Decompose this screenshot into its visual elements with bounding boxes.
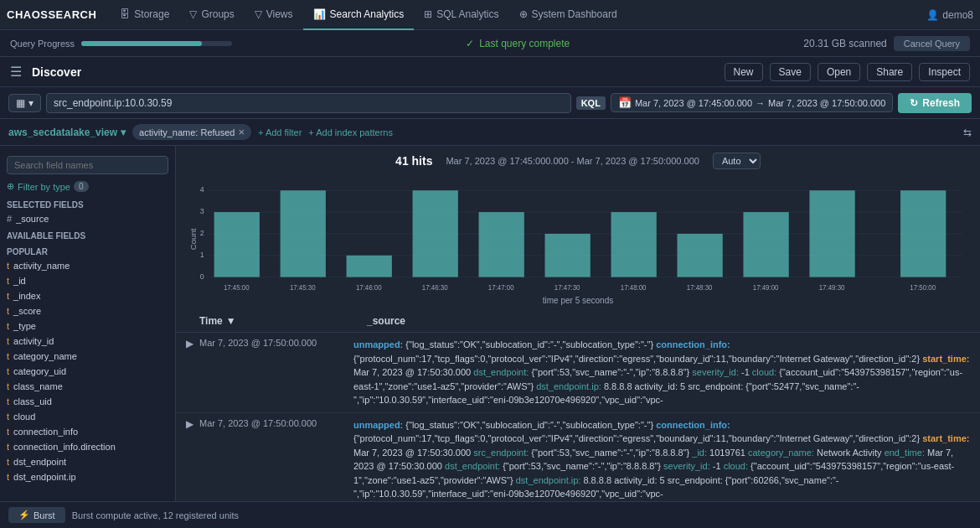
interval-select[interactable]: Auto 5s 10s 30s (713, 153, 761, 169)
progress-bar-fill (81, 41, 202, 46)
content-area: 41 hits Mar 7, 2023 @ 17:45:000.000 - Ma… (176, 146, 980, 528)
collapse-sidebar-button[interactable]: ⇆ (963, 127, 972, 138)
open-button[interactable]: Open (818, 63, 860, 81)
svg-text:3: 3 (200, 207, 204, 215)
row-expand-button[interactable]: ▶ (186, 418, 199, 430)
field-activity-id[interactable]: t activity_id (0, 334, 175, 349)
row-time: Mar 7, 2023 @ 17:50:00.000 (199, 418, 353, 428)
new-button[interactable]: New (725, 63, 763, 81)
field-id[interactable]: t _id (0, 273, 175, 288)
field-type-icon: t (7, 472, 9, 482)
hits-count: 41 hits (395, 154, 432, 168)
svg-text:2: 2 (200, 229, 204, 237)
field-name: activity_name (13, 261, 70, 271)
filter-by-type-row[interactable]: ⊕ Filter by type 0 (0, 178, 175, 195)
filter-type-count: 0 (74, 181, 89, 192)
source-type-icon: # (7, 214, 12, 224)
share-button[interactable]: Share (867, 63, 912, 81)
col-time-header[interactable]: Time ▼ (199, 315, 367, 327)
search-fields-input[interactable] (7, 156, 168, 174)
index-selector[interactable]: aws_secdatalake_view ▾ (8, 127, 126, 138)
nav-groups[interactable]: ▽ Groups (179, 0, 244, 30)
field-name: connection_info.direction (13, 442, 116, 452)
cancel-query-button[interactable]: Cancel Query (894, 36, 970, 51)
toolbar-actions: New Save Open Share Inspect (725, 63, 970, 81)
field-name: class_name (13, 381, 63, 391)
field-connection-info[interactable]: t connection_info (0, 424, 175, 439)
svg-text:17:50:00: 17:50:00 (910, 283, 936, 291)
date-start: Mar 7, 2023 @ 17:45:00.000 (635, 98, 752, 108)
filter-close-button[interactable]: × (238, 126, 245, 138)
field-score[interactable]: t _score (0, 303, 175, 318)
row-expand-button[interactable]: ▶ (186, 338, 199, 349)
svg-text:17:46:00: 17:46:00 (356, 283, 382, 291)
svg-text:Count: Count (189, 228, 198, 250)
field-dst-endpoint[interactable]: t dst_endpoint (0, 454, 175, 469)
svg-rect-14 (413, 190, 458, 277)
field-connection-info-direction[interactable]: t connection_info.direction (0, 439, 175, 454)
field-type-icon: t (7, 351, 9, 361)
field-class-uid[interactable]: t class_uid (0, 394, 175, 409)
groups-icon: ▽ (189, 8, 197, 20)
field-type-icon: t (7, 396, 9, 406)
filter-type-icon: ⊕ (7, 181, 14, 192)
svg-text:17:48:30: 17:48:30 (687, 283, 713, 291)
field-type-icon: t (7, 427, 9, 437)
field-name: dst_endpoint (13, 457, 66, 467)
kql-input[interactable] (46, 93, 571, 113)
svg-rect-21 (900, 190, 946, 277)
refresh-button[interactable]: ↻ Refresh (898, 93, 972, 113)
sidebar-search (0, 153, 175, 178)
index-label: aws_secdatalake_view (8, 127, 117, 138)
row-source: unmapped: {"log_status":"OK","sublocatio… (353, 338, 970, 407)
nav-sql-analytics[interactable]: ⊞ SQL Analytics (414, 0, 508, 30)
hamburger-icon[interactable]: ☰ (10, 64, 22, 80)
field-item-source[interactable]: # _source (0, 211, 175, 226)
field-select[interactable]: ▦ ▾ (8, 94, 41, 112)
logo: CHAOSSEARCH (7, 8, 96, 21)
filter-bar: aws_secdatalake_view ▾ activity_name: Re… (0, 119, 980, 146)
svg-text:17:47:30: 17:47:30 (554, 283, 580, 291)
field-cloud[interactable]: t cloud (0, 409, 175, 424)
svg-text:17:49:30: 17:49:30 (819, 283, 845, 291)
field-category-uid[interactable]: t category_uid (0, 364, 175, 379)
field-select-label: ▾ (28, 97, 34, 109)
bottom-bar: ⚡ Burst Burst compute active, 12 registe… (0, 501, 980, 528)
nav-items: 🗄 Storage ▽ Groups ▽ Views 📊 Search Anal… (110, 0, 926, 30)
svg-rect-17 (611, 212, 656, 277)
field-category-name[interactable]: t category_name (0, 349, 175, 364)
field-activity-name[interactable]: t activity_name (0, 258, 175, 273)
nav-views[interactable]: ▽ Views (245, 0, 303, 30)
svg-text:17:47:00: 17:47:00 (488, 283, 514, 291)
field-type[interactable]: t _type (0, 318, 175, 334)
field-name: _source (16, 214, 49, 224)
svg-text:4: 4 (200, 185, 204, 194)
nav-search-analytics[interactable]: 📊 Search Analytics (303, 0, 415, 30)
inspect-button[interactable]: Inspect (919, 63, 970, 81)
burst-button[interactable]: ⚡ Burst (8, 507, 65, 523)
chart-container: 4 3 2 1 0 Count (176, 176, 980, 310)
field-name: cloud (13, 412, 35, 422)
field-class-name[interactable]: t class_name (0, 379, 175, 394)
arrow-icon: → (756, 98, 765, 108)
svg-rect-19 (743, 212, 788, 277)
table-header: Time ▼ _source (176, 310, 980, 333)
filter-type-label: Filter by type (18, 182, 70, 192)
date-range-picker[interactable]: 📅 Mar 7, 2023 @ 17:45:00.000 → Mar 7, 20… (611, 93, 893, 112)
field-type-icon: t (7, 457, 9, 467)
add-index-button[interactable]: + Add index patterns (308, 127, 393, 137)
nav-storage[interactable]: 🗄 Storage (110, 0, 179, 30)
field-index[interactable]: t _index (0, 288, 175, 303)
field-name: dst_endpoint.ip (13, 472, 76, 482)
nav-system-dashboard[interactable]: ⊕ System Dashboard (509, 0, 627, 30)
add-filter-button[interactable]: + Add filter (258, 127, 302, 137)
field-name: category_name (13, 351, 77, 361)
progress-bar (81, 41, 232, 46)
svg-text:17:45:00: 17:45:00 (224, 283, 250, 291)
save-button[interactable]: Save (770, 63, 811, 81)
svg-rect-11 (214, 212, 260, 277)
field-dst-endpoint-ip[interactable]: t dst_endpoint.ip (0, 469, 175, 484)
top-nav: CHAOSSEARCH 🗄 Storage ▽ Groups ▽ Views 📊… (0, 0, 980, 30)
field-type-icon: t (7, 412, 9, 422)
logo-text: CHAOSSEARCH (7, 8, 96, 21)
